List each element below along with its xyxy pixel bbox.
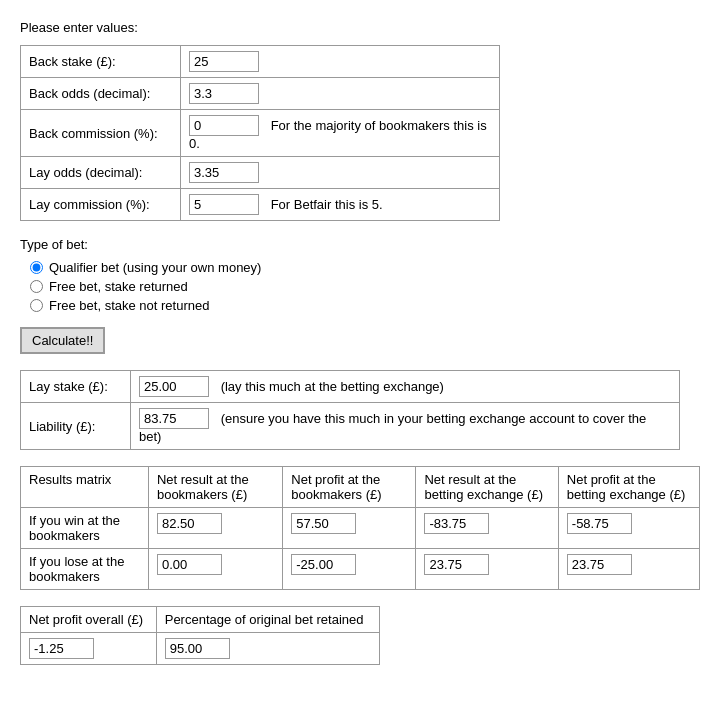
- matrix-cell-net_profit_exchange: [558, 549, 699, 590]
- input-table: Back stake (£): Back odds (decimal): Bac…: [20, 45, 500, 221]
- back-commission-row: Back commission (%): For the majority of…: [21, 110, 500, 157]
- matrix-row: If you win at the bookmakers: [21, 508, 700, 549]
- radio-free-stake-returned[interactable]: Free bet, stake returned: [30, 279, 704, 294]
- lay-commission-input[interactable]: [189, 194, 259, 215]
- back-commission-label: Back commission (%):: [21, 110, 181, 157]
- matrix-input-net_result_exchange[interactable]: [424, 513, 489, 534]
- back-commission-cell: For the majority of bookmakers this is 0…: [181, 110, 500, 157]
- liability-result-input[interactable]: [139, 408, 209, 429]
- matrix-cell-net_result_book: [148, 549, 282, 590]
- results-table: Lay stake (£): (lay this much at the bet…: [20, 370, 680, 450]
- matrix-header-0: Results matrix: [21, 467, 149, 508]
- intro-label: Please enter values:: [20, 20, 704, 35]
- summary-net-profit-cell: [21, 633, 157, 665]
- matrix-input-net_profit_book[interactable]: [291, 513, 356, 534]
- radio-free-not-returned-label: Free bet, stake not returned: [49, 298, 209, 313]
- calculate-button[interactable]: Calculate!!: [20, 327, 105, 354]
- lay-odds-label: Lay odds (decimal):: [21, 157, 181, 189]
- matrix-input-net_result_book[interactable]: [157, 554, 222, 575]
- matrix-input-net_result_exchange[interactable]: [424, 554, 489, 575]
- matrix-cell-net_result_exchange: [416, 549, 558, 590]
- lay-stake-label: Lay stake (£):: [21, 371, 131, 403]
- back-stake-label: Back stake (£):: [21, 46, 181, 78]
- lay-stake-hint: (lay this much at the betting exchange): [221, 379, 444, 394]
- back-odds-input[interactable]: [189, 83, 259, 104]
- liability-label: Liability (£):: [21, 403, 131, 450]
- radio-qualifier-label: Qualifier bet (using your own money): [49, 260, 261, 275]
- matrix-header-2: Net profit at the bookmakers (£): [283, 467, 416, 508]
- back-odds-label: Back odds (decimal):: [21, 78, 181, 110]
- summary-table: Net profit overall (£) Percentage of ori…: [20, 606, 380, 665]
- lay-odds-cell: [181, 157, 500, 189]
- matrix-header-3: Net result at the betting exchange (£): [416, 467, 558, 508]
- matrix-row: If you lose at the bookmakers: [21, 549, 700, 590]
- lay-stake-row: Lay stake (£): (lay this much at the bet…: [21, 371, 680, 403]
- lay-commission-cell: For Betfair this is 5.: [181, 189, 500, 221]
- matrix-cell-net_profit_book: [283, 549, 416, 590]
- back-stake-row: Back stake (£):: [21, 46, 500, 78]
- matrix-input-net_profit_book[interactable]: [291, 554, 356, 575]
- matrix-cell-net_result_book: [148, 508, 282, 549]
- lay-odds-input[interactable]: [189, 162, 259, 183]
- radio-free-returned-input[interactable]: [30, 280, 43, 293]
- matrix-row-label: If you win at the bookmakers: [21, 508, 149, 549]
- back-commission-input[interactable]: [189, 115, 259, 136]
- summary-percentage-cell: [156, 633, 379, 665]
- lay-stake-result-input[interactable]: [139, 376, 209, 397]
- matrix-input-net_result_book[interactable]: [157, 513, 222, 534]
- radio-qualifier-input[interactable]: [30, 261, 43, 274]
- summary-percentage-input[interactable]: [165, 638, 230, 659]
- summary-header-row: Net profit overall (£) Percentage of ori…: [21, 607, 380, 633]
- radio-qualifier[interactable]: Qualifier bet (using your own money): [30, 260, 704, 275]
- liability-row: Liability (£): (ensure you have this muc…: [21, 403, 680, 450]
- back-stake-input[interactable]: [189, 51, 259, 72]
- matrix-cell-net_result_exchange: [416, 508, 558, 549]
- summary-net-profit-input[interactable]: [29, 638, 94, 659]
- matrix-cell-net_profit_book: [283, 508, 416, 549]
- summary-percentage-header: Percentage of original bet retained: [156, 607, 379, 633]
- matrix-header-4: Net profit at the betting exchange (£): [558, 467, 699, 508]
- radio-group: Qualifier bet (using your own money) Fre…: [30, 260, 704, 313]
- liability-hint: (ensure you have this much in your betti…: [139, 411, 646, 444]
- lay-commission-label: Lay commission (%):: [21, 189, 181, 221]
- lay-stake-cell: (lay this much at the betting exchange): [131, 371, 680, 403]
- matrix-header-row: Results matrix Net result at the bookmak…: [21, 467, 700, 508]
- radio-free-not-returned-input[interactable]: [30, 299, 43, 312]
- summary-data-row: [21, 633, 380, 665]
- matrix-cell-net_profit_exchange: [558, 508, 699, 549]
- matrix-table: Results matrix Net result at the bookmak…: [20, 466, 700, 590]
- back-odds-cell: [181, 78, 500, 110]
- matrix-header-1: Net result at the bookmakers (£): [148, 467, 282, 508]
- lay-commission-row: Lay commission (%): For Betfair this is …: [21, 189, 500, 221]
- bet-type-label: Type of bet:: [20, 237, 704, 252]
- matrix-row-label: If you lose at the bookmakers: [21, 549, 149, 590]
- matrix-input-net_profit_exchange[interactable]: [567, 513, 632, 534]
- lay-odds-row: Lay odds (decimal):: [21, 157, 500, 189]
- summary-net-profit-header: Net profit overall (£): [21, 607, 157, 633]
- liability-cell: (ensure you have this much in your betti…: [131, 403, 680, 450]
- lay-commission-hint: For Betfair this is 5.: [271, 197, 383, 212]
- back-odds-row: Back odds (decimal):: [21, 78, 500, 110]
- radio-free-stake-not-returned[interactable]: Free bet, stake not returned: [30, 298, 704, 313]
- matrix-input-net_profit_exchange[interactable]: [567, 554, 632, 575]
- radio-free-returned-label: Free bet, stake returned: [49, 279, 188, 294]
- back-stake-cell: [181, 46, 500, 78]
- bet-type-section: Type of bet: Qualifier bet (using your o…: [20, 237, 704, 313]
